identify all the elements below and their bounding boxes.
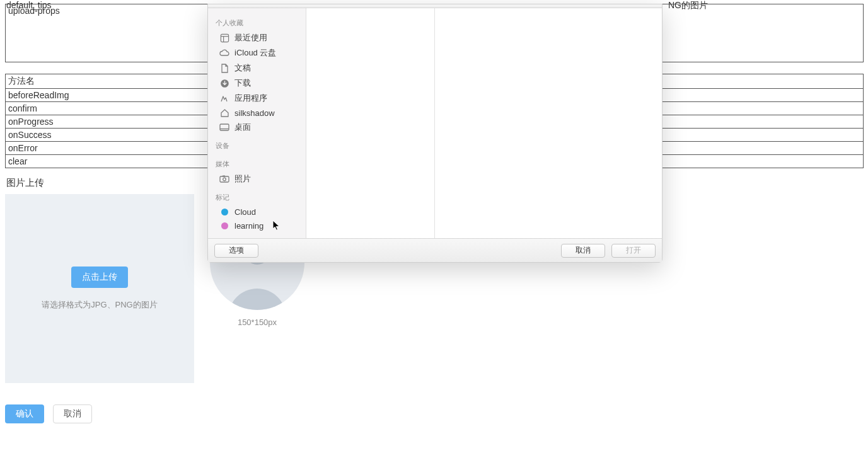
tag-dot-icon	[219, 207, 229, 217]
sidebar-group-tags: 标记	[208, 186, 306, 205]
document-icon	[219, 63, 229, 73]
sidebar-item-label: 桌面	[234, 122, 251, 133]
sidebar-item-recents[interactable]: 最近使用	[208, 30, 306, 45]
cell-prop-name: upload-props	[6, 4, 214, 62]
home-icon	[219, 108, 229, 118]
sidebar-item-label: Cloud	[234, 207, 256, 217]
finder-footer: 选项 取消 打开	[208, 238, 662, 262]
sidebar-item-desktop[interactable]: 桌面	[208, 120, 306, 135]
avatar-preview-size: 150*150px	[210, 318, 304, 327]
svg-rect-0	[221, 34, 228, 42]
cancel-button[interactable]: 取消	[53, 404, 92, 423]
sidebar-item-label: iCloud 云盘	[234, 47, 276, 59]
svg-rect-6	[220, 176, 229, 182]
cell-method: beforeReadImg	[6, 89, 214, 102]
sidebar-item-label: 照片	[234, 173, 251, 185]
truncated-cell-left: default_tips	[6, 0, 52, 10]
finder-column-view	[306, 8, 662, 238]
cell-method: clear	[6, 155, 214, 168]
sidebar-group-favorites: 个人收藏	[208, 12, 306, 30]
recents-icon	[219, 33, 229, 43]
confirm-button[interactable]: 确认	[5, 404, 44, 423]
sidebar-item-home[interactable]: silkshadow	[208, 106, 306, 120]
sidebar-item-documents[interactable]: 文稿	[208, 60, 306, 76]
cell-method: onError	[6, 142, 214, 155]
sidebar-tag-cloud[interactable]: Cloud	[208, 205, 306, 219]
upload-hint: 请选择格式为JPG、PNG的图片	[42, 299, 157, 311]
file-open-dialog: 个人收藏 最近使用 iCloud 云盘 文稿 下载 应用程序	[207, 4, 663, 263]
sidebar-item-label: silkshadow	[234, 108, 275, 118]
svg-rect-4	[220, 124, 229, 130]
cell-method: onSuccess	[6, 129, 214, 142]
sidebar-item-label: 应用程序	[234, 93, 267, 104]
cell-method: confirm	[6, 102, 214, 115]
sidebar-item-label: 下载	[234, 77, 251, 89]
camera-icon	[219, 174, 229, 184]
upload-button[interactable]: 点击上传	[71, 267, 128, 288]
sidebar-tag-learning[interactable]: learning	[208, 219, 306, 232]
sidebar-item-photos[interactable]: 照片	[208, 171, 306, 186]
sidebar-item-label: learning	[234, 221, 263, 231]
finder-column[interactable]	[306, 8, 435, 238]
download-icon	[219, 78, 229, 88]
svg-point-7	[223, 178, 226, 181]
cloud-icon	[219, 48, 229, 58]
finder-cancel-button[interactable]: 取消	[561, 244, 605, 258]
sidebar-item-applications[interactable]: 应用程序	[208, 91, 306, 106]
cell-prop-extra	[656, 4, 864, 62]
tag-dot-icon	[219, 221, 229, 231]
sidebar-group-media: 媒体	[208, 153, 306, 171]
applications-icon	[219, 93, 229, 103]
upload-dropzone[interactable]: 点击上传 请选择格式为JPG、PNG的图片	[5, 194, 194, 383]
header-col3	[656, 74, 864, 89]
sidebar-group-devices: 设备	[208, 135, 306, 153]
sidebar-item-downloads[interactable]: 下载	[208, 76, 306, 91]
sidebar-item-label: 最近使用	[234, 32, 267, 43]
sidebar-item-icloud[interactable]: iCloud 云盘	[208, 45, 306, 60]
finder-toolbar	[208, 4, 662, 8]
finder-options-button[interactable]: 选项	[214, 244, 258, 258]
desktop-icon	[219, 122, 229, 132]
finder-open-button[interactable]: 打开	[611, 244, 656, 258]
sidebar-item-label: 文稿	[234, 62, 251, 74]
header-method-name: 方法名	[6, 74, 214, 89]
truncated-cell-right: NG的图片	[668, 0, 708, 11]
finder-sidebar: 个人收藏 最近使用 iCloud 云盘 文稿 下载 应用程序	[208, 8, 306, 238]
finder-column[interactable]	[435, 8, 662, 238]
svg-rect-8	[223, 176, 225, 177]
cell-method: onProgress	[6, 115, 214, 129]
